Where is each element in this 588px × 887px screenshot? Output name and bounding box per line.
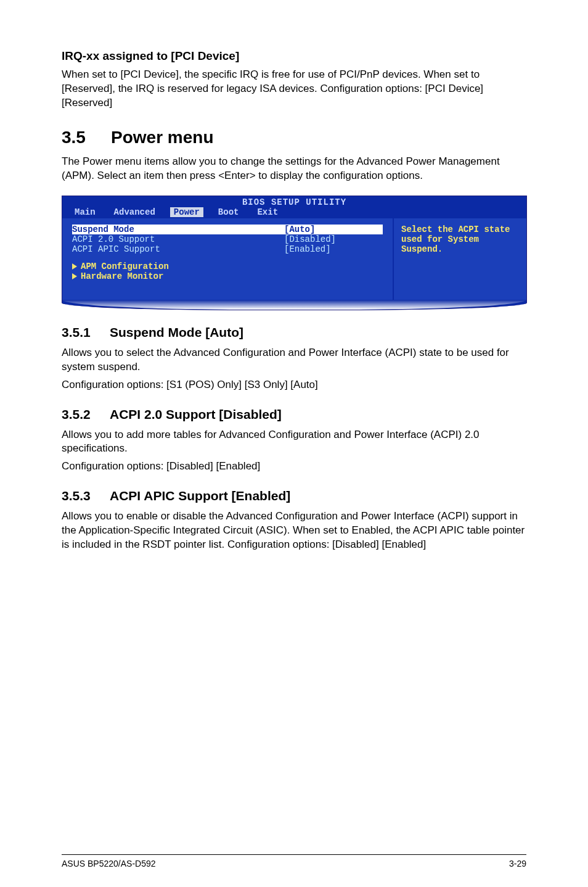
bios-screenshot: BIOS SETUP UTILITY Main Advanced Power B… — [62, 196, 527, 310]
sub-title: ACPI APIC Support [Enabled] — [110, 489, 290, 503]
bios-submenu-apm[interactable]: APM Configuration — [72, 262, 383, 271]
bios-sub-label: Hardware Monitor — [81, 271, 163, 281]
arrow-icon — [72, 263, 77, 270]
bios-label: Suspend Mode — [72, 225, 284, 234]
para-3-5-1b: Configuration options: [S1 (POS) Only] [… — [62, 378, 526, 392]
bios-label: ACPI 2.0 Support — [72, 234, 284, 244]
bios-tab-advanced[interactable]: Advanced — [110, 207, 159, 217]
sub-num: 3.5.1 — [62, 325, 110, 340]
bios-value: [Disabled] — [284, 234, 383, 244]
sub-num: 3.5.2 — [62, 407, 110, 422]
bios-left-pane: Suspend Mode [Auto] ACPI 2.0 Support [Di… — [62, 218, 394, 300]
bios-help-pane: Select the ACPI state used for System Su… — [394, 218, 526, 300]
bios-curve — [62, 300, 526, 310]
sub-title: Suspend Mode [Auto] — [110, 325, 243, 339]
bios-label: ACPI APIC Support — [72, 244, 284, 254]
para-3-5-2b: Configuration options: [Disabled] [Enabl… — [62, 460, 526, 474]
bios-title: BIOS SETUP UTILITY — [62, 196, 526, 207]
sub-title: ACPI 2.0 Support [Disabled] — [110, 407, 282, 421]
heading-3-5: 3.5Power menu — [62, 128, 526, 147]
bios-body: Suspend Mode [Auto] ACPI 2.0 Support [Di… — [62, 218, 526, 300]
bios-tab-power[interactable]: Power — [170, 207, 203, 217]
para-3-5-3a: Allows you to enable or disable the Adva… — [62, 510, 526, 552]
bios-tab-boot[interactable]: Boot — [214, 207, 243, 217]
para-3-5: The Power menu items allow you to change… — [62, 155, 526, 183]
irq-paragraph: When set to [PCI Device], the specific I… — [62, 68, 526, 110]
bios-tab-main[interactable]: Main — [71, 207, 99, 217]
bios-value: [Auto] — [284, 225, 383, 234]
irq-heading: IRQ-xx assigned to [PCI Device] — [62, 49, 526, 63]
para-3-5-1a: Allows you to select the Advanced Config… — [62, 346, 526, 374]
bios-value: [Enabled] — [284, 244, 383, 254]
heading-text: Power menu — [111, 128, 213, 147]
arrow-icon — [72, 273, 77, 279]
bios-tab-exit[interactable]: Exit — [253, 207, 282, 217]
heading-number: 3.5 — [62, 128, 111, 147]
sub-num: 3.5.3 — [62, 489, 110, 503]
bios-tabs: Main Advanced Power Boot Exit — [62, 207, 526, 218]
bios-sub-label: APM Configuration — [81, 262, 169, 271]
para-3-5-2a: Allows you to add more tables for Advanc… — [62, 428, 526, 456]
bios-submenu-hw[interactable]: Hardware Monitor — [72, 271, 383, 281]
bios-row-acpi-apic[interactable]: ACPI APIC Support [Enabled] — [72, 244, 383, 254]
bios-row-acpi20[interactable]: ACPI 2.0 Support [Disabled] — [72, 234, 383, 244]
footer-left: ASUS BP5220/AS-D592 — [62, 859, 156, 868]
bios-row-suspend[interactable]: Suspend Mode [Auto] — [72, 225, 383, 234]
heading-3-5-1: 3.5.1Suspend Mode [Auto] — [62, 325, 526, 340]
heading-3-5-2: 3.5.2ACPI 2.0 Support [Disabled] — [62, 407, 526, 422]
footer-right: 3-29 — [509, 859, 526, 868]
page-footer: ASUS BP5220/AS-D592 3-29 — [62, 854, 526, 868]
heading-3-5-3: 3.5.3ACPI APIC Support [Enabled] — [62, 489, 526, 503]
